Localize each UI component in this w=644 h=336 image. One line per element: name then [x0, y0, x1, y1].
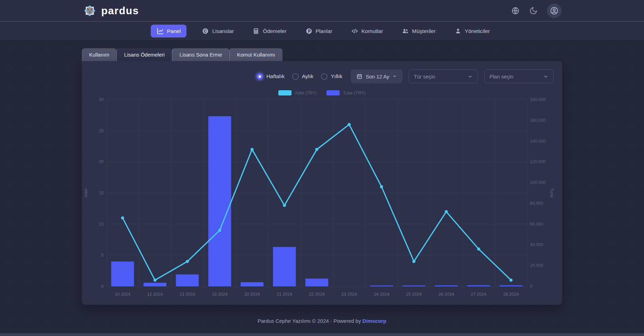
svg-text:26 2024: 26 2024 [438, 292, 454, 297]
bar-18 2024 [208, 116, 231, 286]
point-25 2024 [412, 260, 416, 263]
svg-text:22 2024: 22 2024 [309, 292, 324, 297]
top-header: pardus [0, 0, 644, 22]
nav-item-lisanslar[interactable]: Lisanslar [198, 25, 237, 37]
plan-select-value: Plan seçin [489, 74, 513, 79]
svg-text:28 2024: 28 2024 [503, 292, 519, 297]
chart-controls: HaftalıkAylıkYıllık Son 12 Ay Tür seçin … [82, 61, 562, 83]
svg-text:80.000: 80.000 [530, 201, 543, 206]
svg-text:40.000: 40.000 [530, 242, 543, 247]
tab-lisans-odemeleri[interactable]: Lisans Ödemeleri [116, 48, 172, 61]
svg-text:25: 25 [99, 128, 104, 133]
tab-komut-kullanimi[interactable]: Komut Kullanımı [229, 48, 282, 61]
svg-text:15: 15 [99, 191, 104, 195]
horizontal-scrollbar[interactable] [0, 333, 644, 336]
combo-chart: 051015202530020.00040.00060.00080.000100… [82, 94, 562, 302]
bar-22 2024 [305, 279, 328, 286]
point-20 2024 [251, 148, 254, 151]
svg-text:18 2024: 18 2024 [212, 292, 227, 297]
nav-item-label: Müşteriler [412, 28, 436, 34]
svg-text:25 2024: 25 2024 [406, 292, 422, 297]
bar-28 2024 [499, 285, 522, 286]
nav-item-label: Panel [167, 28, 181, 34]
dimscorp-link[interactable]: Dimscorp [363, 318, 386, 324]
period-radio-label: Yıllık [331, 73, 342, 79]
tab-lisans-sona-erme[interactable]: Lisans Sona Erme [172, 48, 229, 61]
bar-26 2024 [435, 285, 458, 286]
svg-text:140.000: 140.000 [530, 139, 546, 144]
radio-selected-icon [256, 73, 263, 80]
svg-text:160.000: 160.000 [530, 118, 546, 123]
header-actions [511, 3, 562, 18]
nav-item-panel[interactable]: Panel [151, 25, 187, 37]
nav-item-label: Ödemeler [263, 28, 286, 34]
point-21 2024 [283, 204, 286, 207]
calendar-icon [356, 73, 363, 79]
bar-27 2024 [467, 285, 490, 286]
bar-25 2024 [402, 286, 425, 287]
bar-13 2024 [176, 275, 199, 286]
nav-item-planlar[interactable]: Planlar [302, 25, 336, 37]
svg-text:60.000: 60.000 [530, 222, 543, 227]
date-range-button[interactable]: Son 12 Ay [351, 69, 402, 83]
radio-unselected-icon [292, 73, 299, 80]
chevron-down-icon [392, 74, 397, 79]
nav-item-musteriler[interactable]: Müşteriler [398, 25, 439, 37]
period-radio-label: Haftalık [266, 73, 285, 79]
moon-icon [529, 7, 538, 15]
nav-item-komutlar[interactable]: Komutlar [348, 25, 386, 37]
bar-10 2024 [111, 261, 134, 286]
svg-text:20 2024: 20 2024 [244, 292, 260, 297]
svg-text:120.000: 120.000 [530, 159, 546, 164]
point-22 2024 [315, 148, 319, 151]
nav-item-yoneticiler[interactable]: Yöneticiler [451, 25, 493, 37]
point-10 2024 [121, 216, 124, 219]
circle-p-icon [305, 27, 313, 35]
language-globe-button[interactable] [511, 6, 520, 15]
calculator-icon [252, 27, 260, 35]
period-radio-yillik[interactable]: Yıllık [321, 73, 342, 80]
bar-21 2024 [273, 247, 296, 286]
user-icon [454, 27, 462, 35]
point-27 2024 [477, 247, 480, 251]
radio-unselected-icon [321, 73, 328, 80]
type-select[interactable]: Tür seçin [409, 69, 478, 83]
svg-text:10 2024: 10 2024 [115, 292, 130, 297]
svg-text:0: 0 [530, 284, 532, 289]
chart-card: HaftalıkAylıkYıllık Son 12 Ay Tür seçin … [82, 61, 562, 305]
nav-item-label: Komutlar [362, 28, 383, 34]
svg-text:20.000: 20.000 [530, 263, 543, 268]
nav-item-odemeler[interactable]: Ödemeler [249, 25, 290, 37]
chart-line-icon [157, 27, 164, 35]
svg-text:0: 0 [101, 284, 104, 289]
globe-icon [511, 7, 520, 15]
copyright-icon [202, 27, 209, 35]
period-radio-haftalik[interactable]: Haftalık [256, 73, 285, 80]
point-26 2024 [445, 210, 448, 213]
svg-text:24 2024: 24 2024 [374, 292, 389, 297]
tab-kullanim[interactable]: Kullanım [82, 48, 116, 61]
svg-text:Adet: Adet [84, 188, 88, 198]
code-icon [351, 27, 358, 35]
chevron-down-icon [468, 74, 473, 79]
point-12 2024 [154, 279, 157, 282]
main-nav: PanelLisanslarÖdemelerPlanlarKomutlarMüş… [0, 22, 644, 41]
period-radio-aylik[interactable]: Aylık [292, 73, 313, 80]
nav-item-label: Yöneticiler [465, 28, 490, 34]
svg-text:180.000: 180.000 [530, 97, 546, 102]
footer-text: Pardus Cephe Yazılımı © 2024 · Powered b… [258, 318, 361, 324]
bar-24 2024 [370, 286, 393, 287]
bar-12 2024 [143, 283, 166, 286]
svg-text:13 2024: 13 2024 [180, 292, 195, 297]
period-radio-label: Aylık [302, 73, 313, 79]
point-13 2024 [186, 260, 189, 263]
plan-select[interactable]: Plan seçin [484, 69, 554, 83]
page-footer: Pardus Cephe Yazılımı © 2024 · Powered b… [0, 318, 644, 324]
user-circle-icon [550, 6, 559, 15]
theme-moon-button[interactable] [529, 6, 538, 15]
date-range-label: Son 12 Ay [366, 74, 389, 79]
svg-text:23 2024: 23 2024 [341, 292, 357, 297]
user-avatar-button[interactable] [547, 3, 562, 18]
main-content: KullanımLisans ÖdemeleriLisans Sona Erme… [0, 48, 644, 305]
chevron-down-icon [543, 74, 548, 79]
